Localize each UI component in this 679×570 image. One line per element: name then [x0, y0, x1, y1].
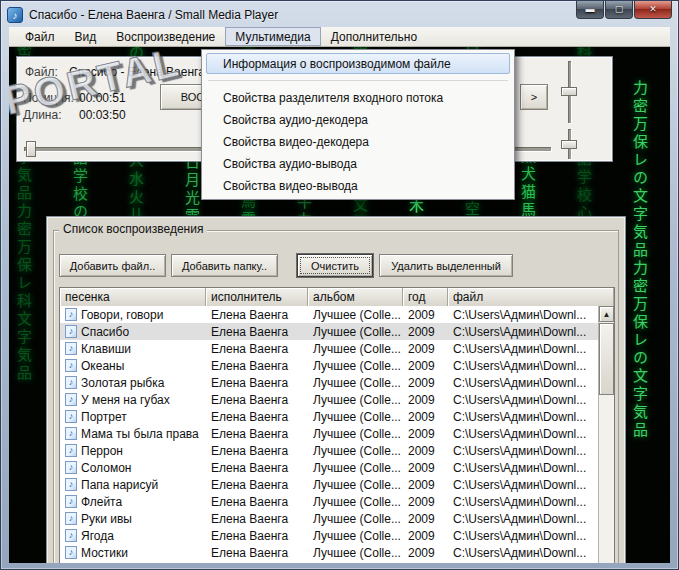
- length-value: 00:03:50: [79, 108, 126, 122]
- video-display-area: 力密万保レの文字気品力密万保レの文字気品科文字気品会語学校心科文字気品会語学校心…: [9, 47, 670, 563]
- table-cell: ♪Мостики: [60, 544, 206, 561]
- table-row[interactable]: ♪СоломонЕлена ВаенгаЛучшее (Colle...2009…: [60, 459, 598, 476]
- table-cell: 2009: [403, 510, 448, 527]
- column-header-album[interactable]: альбом: [308, 288, 403, 306]
- menu-advanced[interactable]: Дополнительно: [321, 27, 427, 46]
- scroll-up-icon[interactable]: ▲: [599, 306, 614, 322]
- table-cell: ♪Папа нарисуй: [60, 476, 206, 493]
- table-cell: C:\Users\Админ\Downl...: [448, 476, 598, 493]
- media-file-icon: ♪: [65, 308, 77, 321]
- table-cell: Лучшее (Colle...: [308, 425, 403, 442]
- table-row[interactable]: ♪ПортретЕлена ВаенгаЛучшее (Colle...2009…: [60, 408, 598, 425]
- add-file-button[interactable]: Добавить файл..: [59, 254, 166, 277]
- table-cell: C:\Users\Админ\Downl...: [448, 493, 598, 510]
- table-cell: ♪У меня на губах: [60, 391, 206, 408]
- table-cell: 2009: [403, 323, 448, 340]
- app-window: ♪ Спасибо - Елена Ваенга / Small Media P…: [0, 0, 679, 570]
- table-cell: 2009: [403, 357, 448, 374]
- volume-slider[interactable]: [560, 61, 578, 123]
- table-cell: C:\Users\Админ\Downl...: [448, 544, 598, 561]
- table-row[interactable]: ♪КлавишиЕлена ВаенгаЛучшее (Colle...2009…: [60, 340, 598, 357]
- length-label: Длина:: [23, 108, 61, 122]
- minimize-button[interactable]: ▬: [576, 1, 604, 19]
- media-file-icon: ♪: [65, 444, 77, 457]
- table-row[interactable]: ♪Мама ты была праваЕлена ВаенгаЛучшее (C…: [60, 425, 598, 442]
- table-cell: Лучшее (Colle...: [308, 527, 403, 544]
- media-file-icon: ♪: [65, 546, 77, 559]
- table-cell: ♪Мама ты была права: [60, 425, 206, 442]
- menu-separator: [208, 80, 508, 81]
- balance-slider-handle[interactable]: [561, 140, 577, 149]
- table-row[interactable]: ♪СпасибоЕлена ВаенгаЛучшее (Colle...2009…: [60, 323, 598, 340]
- window-title: Спасибо - Елена Ваенга / Small Media Pla…: [29, 8, 278, 22]
- delete-selected-button[interactable]: Удалить выделенный: [379, 254, 513, 277]
- menu-playback[interactable]: Воспроизведение: [106, 27, 225, 46]
- close-button[interactable]: ✕: [634, 1, 672, 19]
- media-file-icon: ♪: [65, 495, 77, 508]
- table-row[interactable]: ♪Говори, говориЕлена ВаенгаЛучшее (Colle…: [60, 306, 598, 323]
- table-row[interactable]: ♪ПерронЕлена ВаенгаЛучшее (Colle...2009C…: [60, 442, 598, 459]
- table-cell: 2009: [403, 306, 448, 323]
- menu-file[interactable]: Файл: [15, 27, 65, 46]
- add-folder-button[interactable]: Добавить папку..: [171, 254, 278, 277]
- menu-item-video-decoder[interactable]: Свойства видео-декодера: [206, 131, 510, 152]
- table-row[interactable]: ♪ОкеаныЕлена ВаенгаЛучшее (Colle...2009C…: [60, 357, 598, 374]
- table-cell: 2009: [403, 391, 448, 408]
- table-cell: Елена Ваенга: [206, 340, 308, 357]
- table-cell: Елена Ваенга: [206, 391, 308, 408]
- table-cell: Елена Ваенга: [206, 527, 308, 544]
- table-row[interactable]: ♪ФлейтаЕлена ВаенгаЛучшее (Colle...2009C…: [60, 493, 598, 510]
- media-file-icon: ♪: [65, 342, 77, 355]
- next-button[interactable]: >: [520, 84, 548, 110]
- menu-item-audio-decoder[interactable]: Свойства аудио-декодера: [206, 109, 510, 130]
- table-cell: Лучшее (Colle...: [308, 357, 403, 374]
- clear-button[interactable]: Очистить: [297, 254, 373, 277]
- menu-item-audio-output[interactable]: Свойства аудио-вывода: [206, 153, 510, 174]
- table-row[interactable]: ♪Золотая рыбкаЕлена ВаенгаЛучшее (Colle.…: [60, 374, 598, 391]
- scrollbar-thumb[interactable]: [599, 323, 614, 395]
- column-header-song[interactable]: песенка: [60, 288, 206, 306]
- menu-item-splitter-props[interactable]: Свойства разделителя входного потока: [206, 87, 510, 108]
- volume-slider-handle[interactable]: [561, 87, 577, 96]
- seek-slider-handle[interactable]: [26, 141, 36, 157]
- table-cell: ♪Клавиши: [60, 340, 206, 357]
- matrix-glyph-column: 力密万保レの文字気品力密万保レの文字気品: [629, 80, 650, 440]
- table-cell: 2009: [403, 459, 448, 476]
- table-cell: Лучшее (Colle...: [308, 374, 403, 391]
- table-cell: C:\Users\Админ\Downl...: [448, 391, 598, 408]
- menu-item-video-output[interactable]: Свойства видео-вывода: [206, 175, 510, 196]
- table-cell: Елена Ваенга: [206, 544, 308, 561]
- media-file-icon: ♪: [65, 529, 77, 542]
- table-cell: C:\Users\Админ\Downl...: [448, 527, 598, 544]
- playlist-panel: Список воспроизведения Добавить файл.. Д…: [46, 216, 626, 563]
- table-cell: Елена Ваенга: [206, 357, 308, 374]
- menu-multimedia[interactable]: Мультимедиа: [225, 27, 320, 46]
- media-file-icon: ♪: [65, 376, 77, 389]
- table-cell: 2009: [403, 408, 448, 425]
- table-cell: Елена Ваенга: [206, 425, 308, 442]
- column-header-artist[interactable]: исполнитель: [206, 288, 308, 306]
- column-header-file[interactable]: файл: [448, 288, 614, 306]
- table-cell: ♪Спасибо: [60, 323, 206, 340]
- table-row[interactable]: ♪МостикиЕлена ВаенгаЛучшее (Colle...2009…: [60, 544, 598, 561]
- menu-view[interactable]: Вид: [65, 27, 107, 46]
- table-cell: C:\Users\Админ\Downl...: [448, 357, 598, 374]
- column-header-year[interactable]: год: [403, 288, 448, 306]
- maximize-button[interactable]: ▢: [605, 1, 633, 19]
- playlist-header: песенка исполнитель альбом год файл: [60, 288, 614, 306]
- table-cell: Елена Ваенга: [206, 323, 308, 340]
- table-cell: C:\Users\Админ\Downl...: [448, 374, 598, 391]
- multimedia-dropdown-menu: Информация о воспроизводимом файле Свойс…: [201, 49, 515, 200]
- menu-item-file-info[interactable]: Информация о воспроизводимом файле: [206, 53, 510, 74]
- table-cell: Лучшее (Colle...: [308, 323, 403, 340]
- table-cell: C:\Users\Админ\Downl...: [448, 459, 598, 476]
- table-row[interactable]: ♪Папа нарисуйЕлена ВаенгаЛучшее (Colle..…: [60, 476, 598, 493]
- playlist-scrollbar[interactable]: ▲ ▼: [598, 306, 614, 563]
- table-cell: ♪Перрон: [60, 442, 206, 459]
- table-row[interactable]: ♪ЯгодаЕлена ВаенгаЛучшее (Colle...2009C:…: [60, 527, 598, 544]
- titlebar[interactable]: ♪ Спасибо - Елена Ваенга / Small Media P…: [5, 4, 674, 26]
- table-row[interactable]: ♪У меня на губахЕлена ВаенгаЛучшее (Coll…: [60, 391, 598, 408]
- balance-slider[interactable]: [560, 129, 578, 159]
- table-row[interactable]: ♪Руки ивыЕлена ВаенгаЛучшее (Colle...200…: [60, 510, 598, 527]
- playlist-group-title: Список воспроизведения: [59, 222, 207, 236]
